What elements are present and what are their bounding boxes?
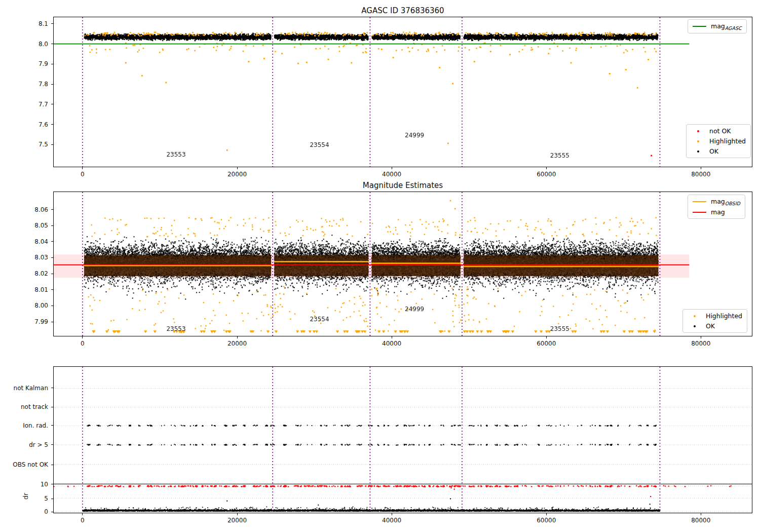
y-tick-mark <box>51 225 53 226</box>
obsid-annotation: 23553 <box>166 325 185 332</box>
dr-tick-mark <box>51 512 53 512</box>
legend-label-subscript: AGASC <box>725 25 742 31</box>
legend-dot-swatch <box>691 140 705 142</box>
x-tick-label: 60000 <box>537 340 556 347</box>
flag-row-label: dr > 5 <box>0 441 48 448</box>
plot2-title: Magnitude Estimates <box>53 181 752 190</box>
legend-label: not OK <box>709 127 731 135</box>
mag-history-canvas <box>54 17 752 167</box>
obsid-annotation: 23555 <box>550 325 569 332</box>
x-tick-mark <box>237 336 238 338</box>
legend-line-swatch <box>693 212 706 213</box>
legend-label: magAGASC <box>711 22 742 30</box>
x-tick-label: 80000 <box>691 340 710 347</box>
legend-label-subscript: OBSID <box>725 201 740 206</box>
x-tick-label: 0 <box>81 171 85 178</box>
legend-box: not OKHighlightedOK <box>686 124 751 158</box>
magnitude-estimates-canvas <box>54 192 752 336</box>
y-tick-label: 7.5 <box>23 141 48 148</box>
x-tick-mark <box>82 336 83 338</box>
obsid-annotation: 24999 <box>405 132 424 139</box>
x-tick-label: 0 <box>81 517 85 524</box>
legend-entry: not OK <box>691 127 746 135</box>
legend-entry: magOBSID <box>693 198 740 206</box>
legend-dot-swatch <box>691 150 705 153</box>
x-tick-mark <box>392 336 392 338</box>
flag-row-label: not track <box>0 403 48 410</box>
y-tick-mark <box>51 241 53 242</box>
y-tick-label: 8.03 <box>23 254 48 261</box>
y-tick-label: 8.02 <box>23 270 48 277</box>
x-tick-mark <box>237 513 238 515</box>
x-tick-mark <box>546 167 547 169</box>
legend-box: HighlightedOK <box>682 309 747 333</box>
legend-entry: Highlighted <box>691 137 746 145</box>
y-tick-mark <box>51 44 53 44</box>
x-tick-mark <box>546 336 547 338</box>
y-tick-mark <box>51 64 53 64</box>
legend-line-swatch <box>693 26 706 27</box>
y-tick-mark <box>51 144 53 145</box>
x-tick-label: 40000 <box>382 517 401 524</box>
x-tick-mark <box>701 167 701 169</box>
dr-tick-mark <box>51 499 53 499</box>
x-tick-mark <box>392 167 392 169</box>
x-tick-mark <box>82 513 83 515</box>
y-tick-label: 8.00 <box>23 302 48 309</box>
flag-tick-mark <box>51 444 53 445</box>
plot1-title: AGASC ID 376836360 <box>53 6 752 15</box>
obsid-annotation: 23554 <box>310 316 329 323</box>
legend-box: magOBSIDmag <box>688 195 745 219</box>
y-tick-mark <box>51 104 53 104</box>
flag-row-label: OBS not OK <box>0 461 48 468</box>
legend-label: OK <box>709 147 718 155</box>
y-tick-mark <box>51 322 53 322</box>
legend-label: magOBSID <box>711 198 740 206</box>
y-tick-mark <box>51 209 53 210</box>
dr-tick-label: 0 <box>33 508 48 515</box>
x-tick-mark <box>237 167 238 169</box>
dr-tick-label: 10 <box>33 481 48 488</box>
x-tick-label: 60000 <box>537 171 556 178</box>
y-tick-label: 8.05 <box>23 222 48 229</box>
x-tick-label: 40000 <box>382 171 401 178</box>
y-tick-mark <box>51 306 53 306</box>
flag-tick-mark <box>51 425 53 426</box>
flag-tick-mark <box>51 407 53 407</box>
x-tick-label: 0 <box>81 340 85 347</box>
x-tick-label: 20000 <box>227 340 247 347</box>
dr-axis-label: dr <box>22 493 29 500</box>
x-tick-label: 20000 <box>227 517 247 524</box>
y-tick-mark <box>51 257 53 258</box>
y-tick-label: 8.06 <box>23 206 48 213</box>
flag-row-label: Ion. rad. <box>0 422 48 429</box>
legend-label: Highlighted <box>709 137 746 145</box>
x-tick-label: 80000 <box>691 517 710 524</box>
y-tick-mark <box>51 274 53 274</box>
legend-dot-swatch <box>688 315 701 317</box>
legend-label: mag <box>711 208 725 216</box>
flag-row-label: not Kalman <box>0 385 48 392</box>
y-tick-label: 7.8 <box>23 81 48 88</box>
legend-label: Highlighted <box>706 312 742 320</box>
legend-entry: OK <box>688 322 742 330</box>
y-tick-mark <box>51 289 53 290</box>
mag-history-plot <box>53 17 752 167</box>
y-tick-label: 8.04 <box>23 238 48 245</box>
legend-entry: Highlighted <box>688 312 742 320</box>
x-tick-mark <box>392 513 392 515</box>
magnitude-estimates-plot <box>53 192 752 336</box>
legend-box: magAGASC <box>688 19 747 33</box>
x-tick-label: 80000 <box>691 171 710 178</box>
legend-dot-swatch <box>688 325 701 327</box>
y-tick-label: 7.99 <box>23 318 48 325</box>
figure: AGASC ID 376836360 Magnitude Estimates d… <box>0 0 760 532</box>
legend-label: OK <box>706 322 715 330</box>
obsid-annotation: 23554 <box>310 141 329 148</box>
dr-tick-label: 5 <box>33 495 48 502</box>
y-tick-label: 8.1 <box>23 20 48 27</box>
dr-tick-mark <box>51 484 53 484</box>
flag-tick-mark <box>51 388 53 388</box>
x-tick-mark <box>82 167 83 169</box>
x-tick-label: 20000 <box>227 171 247 178</box>
